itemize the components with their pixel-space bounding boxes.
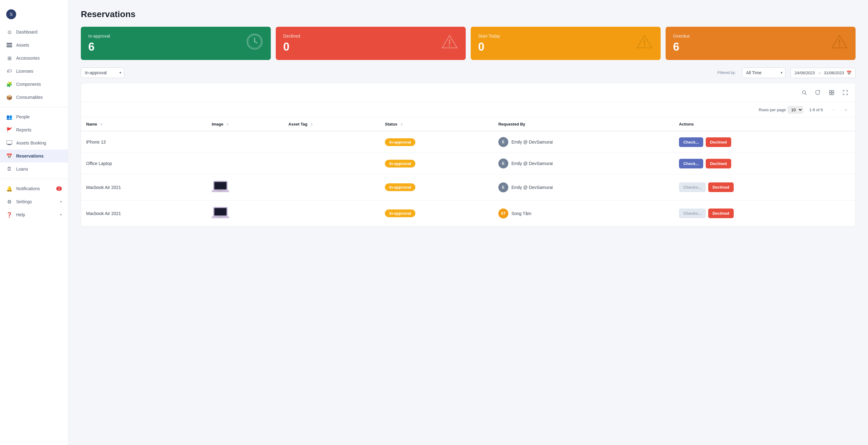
cell-actions-4: Checko... Declined	[674, 200, 855, 226]
sidebar-item-label: Assets	[16, 42, 29, 47]
col-resize-image[interactable]: ⇅	[226, 123, 229, 126]
avatar: E	[498, 182, 508, 192]
cell-asset-tag-1	[283, 131, 380, 153]
check-button[interactable]: Check...	[679, 137, 703, 147]
cell-image-1	[207, 131, 283, 153]
table-row: Macbook Air 2021 In-approval ST Song Tâm…	[81, 200, 855, 226]
expand-icon-btn[interactable]	[840, 88, 850, 98]
chevron-down-icon: ▾	[60, 199, 62, 204]
search-icon-btn[interactable]	[799, 88, 809, 98]
reservations-table: Name ⇅ Image ⇅ Asset Tag ⇅ Status ⇅	[81, 118, 855, 226]
svg-line-8	[255, 42, 257, 43]
cell-asset-tag-2	[283, 153, 380, 174]
prev-page-btn[interactable]: ‹	[829, 105, 838, 114]
col-resize-name[interactable]: ⇅	[100, 123, 102, 126]
sidebar-item-dashboard[interactable]: ⊙ Dashboard	[0, 26, 68, 38]
sidebar-logo: S	[0, 6, 68, 26]
status-badge: In-approval	[385, 210, 415, 217]
svg-point-14	[644, 45, 645, 46]
declined-button[interactable]: Declined	[706, 137, 731, 147]
rows-per-page-control: Rows per page 10 25 50	[758, 106, 803, 114]
cell-status-2: In-approval	[380, 153, 493, 174]
svg-point-11	[449, 45, 450, 46]
col-resize-status[interactable]: ⇅	[400, 123, 403, 126]
stat-card-overdue[interactable]: Overdue 6	[665, 27, 856, 60]
svg-rect-22	[830, 93, 831, 95]
sidebar-divider-2	[0, 179, 68, 179]
sidebar-item-licenses[interactable]: 🏷 Licenses	[0, 65, 68, 78]
status-filter-select[interactable]: In-approval Declined Start Today Overdue…	[81, 67, 124, 78]
stat-icon-declined	[441, 33, 458, 54]
notification-badge: 2	[56, 186, 62, 191]
status-filter-wrapper[interactable]: In-approval Declined Start Today Overdue…	[81, 67, 124, 78]
cell-status-3: In-approval	[380, 174, 493, 200]
sidebar-item-components[interactable]: 🧩 Components	[0, 78, 68, 91]
sidebar-item-label: Dashboard	[16, 30, 38, 34]
cell-name-1: iPhone 13	[81, 131, 207, 153]
sidebar-item-settings[interactable]: ⚙ Settings ▾	[0, 195, 68, 208]
date-arrow: →	[817, 70, 822, 75]
refresh-icon-btn[interactable]	[813, 88, 823, 98]
user-name: Emily @ DevSamurai	[512, 139, 553, 145]
declined-button[interactable]: Declined	[708, 182, 734, 192]
cell-status-1: In-approval	[380, 131, 493, 153]
stat-icon-start-today	[636, 33, 653, 54]
cell-name-3: Macbook Air 2021	[81, 174, 207, 200]
sidebar-item-notifications[interactable]: 🔔 Notifications 2	[0, 182, 68, 195]
sidebar-item-reservations[interactable]: 📅 Reservations	[0, 150, 68, 162]
time-filter-select[interactable]: All Time Today This Week This Month	[742, 67, 786, 78]
next-page-btn[interactable]: ›	[842, 105, 850, 114]
stat-label-in-approval: In-approval	[88, 34, 110, 38]
sidebar-item-assets-booking[interactable]: Assets Booking	[0, 136, 68, 150]
user-cell: E Emily @ DevSamurai	[498, 182, 669, 192]
sidebar-item-assets[interactable]: Assets	[0, 38, 68, 52]
sidebar-item-label: Loans	[16, 166, 28, 171]
stat-icon-in-approval	[246, 33, 263, 54]
rows-per-page-select[interactable]: 10 25 50	[788, 106, 803, 114]
stat-card-declined[interactable]: Declined 0	[276, 27, 466, 60]
col-header-requested-by: Requested By	[493, 118, 674, 131]
stat-label-overdue: Overdue	[673, 34, 690, 38]
date-range-picker[interactable]: 24/08/2023 → 31/08/2023 📅	[790, 68, 856, 78]
check-button: Checko...	[679, 209, 706, 218]
cell-asset-tag-4	[283, 200, 380, 226]
cell-image-3	[207, 174, 283, 200]
stat-card-in-approval[interactable]: In-approval 6	[81, 27, 271, 60]
stat-icon-overdue	[831, 33, 848, 54]
grid-view-icon-btn[interactable]	[827, 88, 837, 98]
user-name: Emily @ DevSamurai	[512, 185, 553, 190]
page-count: 1-6 of 6	[809, 107, 823, 112]
col-resize-asset-tag[interactable]: ⇅	[310, 123, 313, 126]
action-cell: Checko... Declined	[679, 182, 850, 192]
sidebar-item-help[interactable]: ❓ Help ▾	[0, 208, 68, 221]
sidebar-item-loans[interactable]: 🗓 Loans	[0, 162, 68, 176]
sidebar-item-consumables[interactable]: 📦 Consumables	[0, 91, 68, 104]
declined-button[interactable]: Declined	[706, 159, 731, 168]
stat-value-declined: 0	[283, 40, 300, 54]
sidebar-item-people[interactable]: 👥 People	[0, 110, 68, 123]
stat-label-declined: Declined	[283, 34, 300, 38]
time-filter-wrapper[interactable]: All Time Today This Week This Month	[742, 67, 786, 78]
components-icon: 🧩	[6, 81, 12, 87]
cell-name-4: Macbook Air 2021	[81, 200, 207, 226]
svg-rect-23	[832, 93, 834, 95]
avatar: E	[498, 158, 508, 168]
cell-requested-by-1: E Emily @ DevSamurai	[493, 131, 674, 153]
sidebar-item-accessories[interactable]: ⊞ Accessories	[0, 52, 68, 65]
sidebar-item-label: People	[16, 114, 30, 119]
reports-icon: 🚩	[6, 127, 12, 133]
help-icon: ❓	[6, 212, 12, 218]
sidebar-item-label: Components	[16, 82, 41, 87]
user-cell: ST Song Tâm	[498, 209, 669, 219]
table-row: Macbook Air 2021 In-approval E Emily @ D…	[81, 174, 855, 200]
reservations-icon: 📅	[6, 153, 12, 159]
stat-card-start-today[interactable]: Start Today 0	[471, 27, 661, 60]
people-icon: 👥	[6, 114, 12, 120]
sidebar-item-reports[interactable]: 🚩 Reports	[0, 123, 68, 136]
chevron-down-icon-2: ▾	[60, 213, 62, 217]
check-button[interactable]: Check...	[679, 159, 703, 168]
declined-button[interactable]: Declined	[708, 209, 734, 218]
filter-row: In-approval Declined Start Today Overdue…	[81, 67, 856, 78]
page-title: Reservations	[81, 9, 856, 19]
svg-rect-0	[6, 43, 12, 44]
